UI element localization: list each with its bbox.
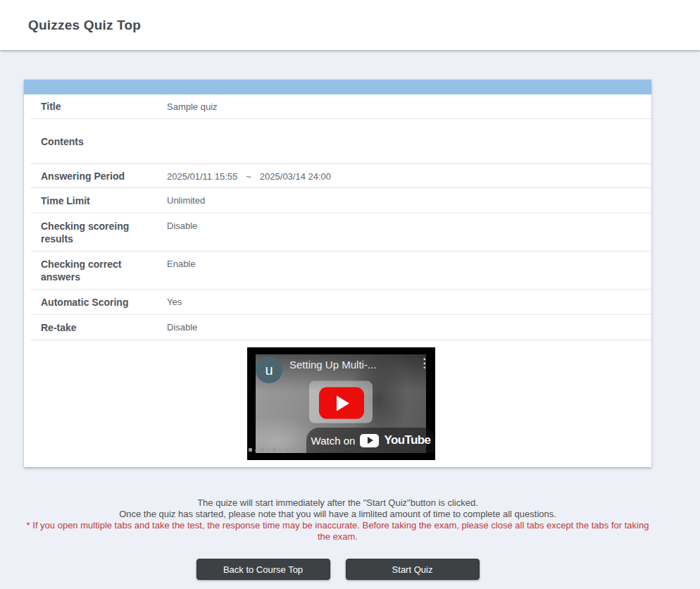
play-button[interactable] xyxy=(319,388,364,419)
video-row: u Setting Up Multi-... ⋮ Watch on YouTub… xyxy=(31,340,651,467)
channel-avatar[interactable]: u xyxy=(256,356,282,383)
table-row-retake: Re-take Disable xyxy=(31,315,651,340)
period-start: 2025/01/11 15:55 xyxy=(167,171,237,182)
quiz-notices: The quize will start immediately after t… xyxy=(24,497,651,542)
table-row-answering-period: Answering Period 2025/01/11 15:55~2025/0… xyxy=(31,164,651,188)
table-row-time-limit: Time Limit Unlimited xyxy=(31,188,651,213)
start-quiz-button[interactable]: Start Quiz xyxy=(346,559,480,580)
video-title-link[interactable]: Setting Up Multi-... xyxy=(289,359,395,371)
field-label: Title xyxy=(31,100,167,113)
field-label: Checking scoreing results xyxy=(31,220,167,245)
notice-line-1: The quize will start immediately after t… xyxy=(24,497,651,509)
table-row-automatic-scoring: Automatic Scoring Yes xyxy=(31,290,651,315)
table-row-checking-correct-answers: Checking correct answers Enable xyxy=(31,252,651,290)
kebab-menu-icon[interactable]: ⋮ xyxy=(418,357,430,369)
table-row-title: Title Sample quiz xyxy=(31,94,651,119)
thumbnail-artifact-dots xyxy=(249,448,288,452)
action-buttons: Back to Course Top Start Quiz xyxy=(24,559,651,580)
panel-accent-bar xyxy=(24,80,651,94)
field-label: Checking correct answers xyxy=(31,258,167,283)
field-value: Sample quiz xyxy=(167,94,651,112)
play-icon xyxy=(337,395,349,411)
field-label: Answering Period xyxy=(31,170,167,182)
period-end: 2025/03/14 24:00 xyxy=(260,171,331,182)
table-row-contents: Contents xyxy=(31,119,651,164)
watch-on-label: Watch on xyxy=(311,435,356,447)
app-header: Quizzes Quiz Top xyxy=(0,0,700,50)
field-label: Contents xyxy=(31,135,167,148)
quiz-info-table: Title Sample quiz Contents Answering Per… xyxy=(31,94,651,467)
table-row-checking-scoring-results: Checking scoreing results Disable xyxy=(31,213,651,252)
watch-on-youtube-link[interactable]: Watch on YouTube xyxy=(306,428,435,453)
notice-line-2: Once the quiz has started, please note t… xyxy=(24,509,651,520)
period-separator: ~ xyxy=(246,171,251,182)
warning-text: * If you open multiple tabs and take the… xyxy=(24,520,651,542)
youtube-wordmark: YouTube xyxy=(384,433,430,447)
field-value: 2025/01/11 15:55~2025/03/14 24:00 xyxy=(167,164,651,182)
field-value: Disable xyxy=(167,213,651,231)
back-to-course-top-button[interactable]: Back to Course Top xyxy=(196,559,330,580)
field-label: Re-take xyxy=(31,321,167,334)
field-value: Disable xyxy=(167,315,651,333)
field-value: Yes xyxy=(167,290,651,307)
quiz-info-panel: Title Sample quiz Contents Answering Per… xyxy=(24,80,651,467)
field-value: Unlimited xyxy=(167,188,651,206)
youtube-play-badge-icon xyxy=(360,434,379,447)
field-label: Time Limit xyxy=(31,194,167,207)
field-label: Automatic Scoring xyxy=(31,296,167,309)
field-value xyxy=(167,119,651,126)
field-value: Enable xyxy=(167,252,651,269)
youtube-embed[interactable]: u Setting Up Multi-... ⋮ Watch on YouTub… xyxy=(247,347,435,460)
page-title: Quizzes Quiz Top xyxy=(28,18,141,33)
